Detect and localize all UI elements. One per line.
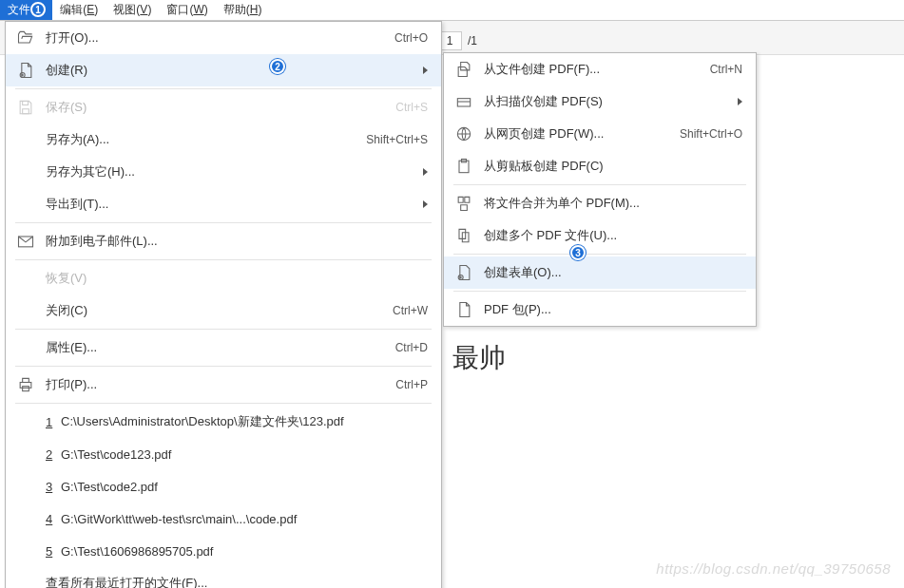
menubar-help[interactable]: 帮助(H) — [216, 0, 270, 20]
menu-save: 保存(S) Ctrl+S — [6, 91, 441, 123]
scanner-icon — [453, 91, 474, 112]
svg-rect-3 — [23, 387, 29, 391]
document-text: 最帅 — [452, 340, 506, 376]
menu-export[interactable]: 导出到(T)... — [6, 188, 441, 220]
print-icon — [15, 374, 36, 395]
multi-file-icon — [453, 225, 474, 246]
file-plus-icon — [15, 60, 36, 81]
menu-separator — [15, 222, 432, 223]
menu-recent-all[interactable]: 查看所有最近打开的文件(F)... — [6, 567, 441, 588]
menubar-edit[interactable]: 编辑(E) — [52, 0, 106, 20]
menu-create-from-file[interactable]: 从文件创建 PDF(F)... Ctrl+N — [444, 53, 756, 85]
watermark: https://blog.csdn.net/qq_39750658 — [656, 560, 891, 577]
page-indicator: 1 /1 — [437, 31, 477, 50]
menu-separator — [15, 403, 432, 404]
menu-close[interactable]: 关闭(C) Ctrl+W — [6, 294, 441, 327]
menu-open-label: 打开(O)... — [46, 29, 375, 47]
submenu-arrow-icon — [423, 66, 428, 74]
menu-print[interactable]: 打印(P)... Ctrl+P — [6, 369, 441, 401]
svg-rect-4 — [457, 99, 470, 106]
menu-save-as[interactable]: 另存为(A)... Shift+Ctrl+S — [6, 123, 441, 156]
clipboard-icon — [453, 156, 474, 177]
menubar: 文件(F) 编辑(E) 视图(V) 窗口(W) 帮助(H) — [0, 0, 904, 21]
recent-file-4[interactable]: 4G:\GitWork\tt\web-test\src\main\...\cod… — [6, 503, 441, 535]
mail-icon — [15, 231, 36, 252]
menu-separator — [15, 366, 432, 367]
menu-revert: 恢复(V) — [6, 262, 441, 294]
menu-create-multiple[interactable]: 创建多个 PDF 文件(U)... — [444, 219, 756, 252]
recent-file-2[interactable]: 2G:\Test\code123.pdf — [6, 438, 441, 470]
create-submenu: 从文件创建 PDF(F)... Ctrl+N 从扫描仪创建 PDF(S) 从网页… — [443, 52, 757, 327]
annotation-badge-3: 3 — [570, 245, 586, 260]
menu-separator — [453, 254, 746, 255]
menu-separator — [15, 259, 432, 260]
file-menu: 打开(O)... Ctrl+O 创建(R) 保存(S) Ctrl+S 另存为(A… — [5, 21, 442, 588]
globe-icon — [453, 123, 474, 144]
submenu-arrow-icon — [423, 168, 428, 176]
menu-create-from-clipboard[interactable]: 从剪贴板创建 PDF(C) — [444, 150, 756, 182]
form-icon — [453, 262, 474, 283]
menu-create-from-scanner[interactable]: 从扫描仪创建 PDF(S) — [444, 85, 756, 118]
menu-open[interactable]: 打开(O)... Ctrl+O — [6, 22, 441, 54]
submenu-arrow-icon — [423, 200, 428, 208]
menu-separator — [15, 329, 432, 330]
menu-save-other[interactable]: 另存为其它(H)... — [6, 156, 441, 188]
menubar-window[interactable]: 窗口(W) — [159, 0, 215, 20]
merge-icon — [453, 193, 474, 214]
menubar-view[interactable]: 视图(V) — [106, 0, 159, 20]
page-total: /1 — [468, 34, 477, 47]
menu-pdf-package[interactable]: PDF 包(P)... — [444, 294, 756, 326]
menu-attach-email[interactable]: 附加到电子邮件(L)... — [6, 225, 441, 257]
recent-file-1[interactable]: 1C:\Users\Administrator\Desktop\新建文件夹\12… — [6, 406, 441, 438]
menu-create-label: 创建(R) — [46, 62, 412, 79]
submenu-arrow-icon — [738, 98, 742, 105]
save-icon — [15, 97, 36, 118]
menu-create[interactable]: 创建(R) — [6, 54, 441, 86]
package-icon — [453, 299, 474, 320]
recent-file-5[interactable]: 5G:\Test\1606986895705.pdf — [6, 535, 441, 567]
folder-open-icon — [15, 28, 36, 48]
svg-rect-2 — [20, 383, 31, 389]
menu-create-from-web[interactable]: 从网页创建 PDF(W)... Shift+Ctrl+O — [444, 118, 756, 150]
menu-separator — [453, 291, 746, 292]
menu-separator — [453, 184, 746, 185]
annotation-badge-2: 2 — [270, 59, 285, 74]
menu-create-form[interactable]: 创建表单(O)... — [444, 256, 756, 289]
menu-merge-files[interactable]: 将文件合并为单个 PDF(M)... — [444, 187, 756, 219]
menu-properties[interactable]: 属性(E)... Ctrl+D — [6, 332, 441, 364]
menu-separator — [15, 88, 432, 89]
recent-file-3[interactable]: 3G:\Test\code2.pdf — [6, 470, 441, 503]
annotation-badge-1: 1 — [30, 2, 46, 17]
pdf-from-file-icon — [453, 59, 474, 80]
